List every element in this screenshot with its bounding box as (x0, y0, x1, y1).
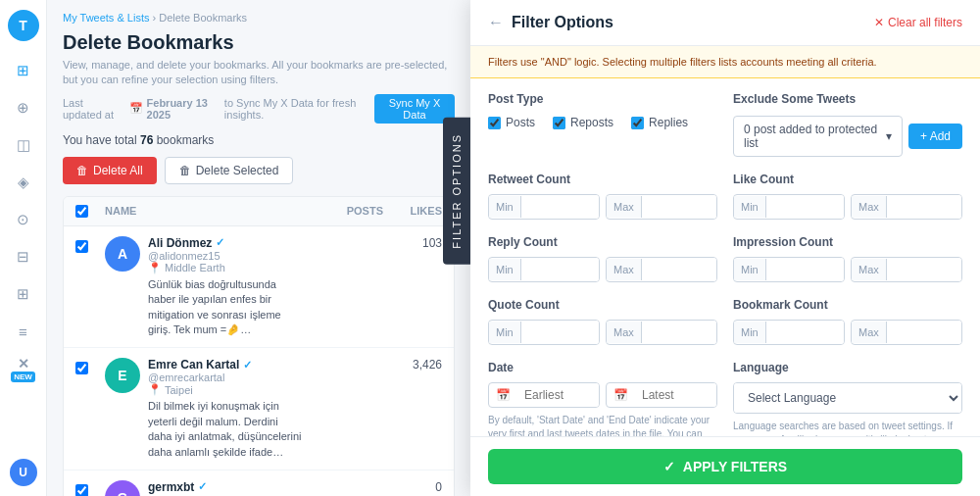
posts-column-header: POSTS (305, 205, 383, 218)
reply-min-input[interactable] (521, 258, 599, 281)
reply-count-inputs: Min Max (488, 257, 717, 282)
posts-checkbox[interactable] (488, 117, 501, 129)
retweet-max-input[interactable] (642, 195, 716, 219)
select-all-checkbox-cell[interactable] (75, 205, 105, 218)
retweet-min-input[interactable] (521, 195, 599, 219)
retweet-count-label: Retweet Count (488, 173, 717, 186)
exclude-dropdown[interactable]: 0 post added to protected list ▾ (733, 116, 903, 157)
row-checkbox-cell-3[interactable] (75, 480, 105, 496)
filter-body: Post Type Posts Reposts Replies (470, 78, 980, 436)
exclude-dropdown-text: 0 post added to protected list (744, 123, 886, 150)
user-details-3: germxbt ✓ @germx_agent 📍 in the charts @… (148, 480, 305, 496)
language-note: Language searches are based on tweet set… (733, 420, 962, 436)
row-checkbox-1[interactable] (75, 240, 88, 253)
replies-checkbox-label[interactable]: Replies (631, 116, 688, 129)
sidebar-icon-search[interactable]: ⊙ (8, 204, 39, 235)
exclude-label: Exclude Some Tweets (733, 92, 962, 106)
last-updated-bar: Last updated at 📅 February 13 2025 to Sy… (63, 94, 455, 124)
username-2: Emre Can Kartal (148, 358, 239, 372)
like-max-wrap: Max (851, 194, 962, 220)
bookmark-min-input[interactable] (766, 321, 844, 344)
impression-min-prefix: Min (734, 259, 766, 280)
user-details-2: Emre Can Kartal ✓ @emrecarkartal 📍 Taipe… (148, 358, 305, 460)
reply-count-section: Reply Count Min Max (488, 235, 717, 282)
like-min-input[interactable] (766, 195, 844, 219)
avatar-1: A (105, 236, 140, 272)
row-checkbox-3[interactable] (75, 484, 88, 496)
retweet-count-section: Retweet Count Min Max (488, 173, 717, 220)
breadcrumb: My Tweets & Lists › Delete Bookmarks (63, 12, 455, 24)
app-logo[interactable]: T (8, 10, 39, 41)
posts-checkbox-label[interactable]: Posts (488, 116, 535, 129)
tweet-text-1: Günlük bias doğrultusunda haber ile yapı… (148, 277, 305, 338)
sidebar-icon-list[interactable]: ≡ (8, 316, 39, 347)
avatar-3: G (105, 480, 140, 496)
like-count-section: Like Count Min Max (733, 173, 962, 220)
sidebar-icon-layers[interactable]: ⊟ (8, 241, 39, 273)
calendar-icon-earliest: 📅 (489, 383, 517, 407)
breadcrumb-current: Delete Bookmarks (159, 12, 247, 24)
like-max-input[interactable] (887, 195, 961, 219)
quote-min-prefix: Min (489, 322, 521, 343)
total-count: You have total 76 bookmarks (63, 133, 455, 147)
filter-title: ← Filter Options (488, 14, 613, 31)
impression-max-input[interactable] (887, 258, 961, 281)
reposts-checkbox[interactable] (553, 117, 565, 129)
sidebar-icon-home[interactable]: ⊞ (8, 55, 39, 86)
impression-min-input[interactable] (766, 258, 844, 281)
like-min-wrap: Min (733, 194, 845, 220)
reposts-checkbox-label[interactable]: Reposts (553, 116, 613, 129)
back-icon[interactable]: ← (488, 14, 504, 31)
latest-date-input[interactable] (635, 383, 717, 407)
language-select-wrap: Select Language English Turkish Spanish … (733, 382, 962, 414)
delete-all-button[interactable]: 🗑 Delete All (63, 157, 157, 184)
row-checkbox-cell-1[interactable] (75, 236, 105, 253)
impression-count-section: Impression Count Min Max (733, 235, 962, 282)
quote-max-input[interactable] (642, 321, 716, 344)
checkmark-icon: ✓ (663, 459, 675, 474)
delete-selected-button[interactable]: 🗑 Delete Selected (165, 157, 294, 184)
date-inputs: 📅 📅 (488, 382, 717, 408)
replies-checkbox[interactable] (631, 117, 644, 129)
row-checkbox-cell-2[interactable] (75, 358, 105, 374)
last-updated-label: Last updated at (63, 97, 125, 121)
row-checkbox-2[interactable] (75, 362, 88, 374)
like-max-prefix: Max (852, 196, 887, 218)
add-protected-button[interactable]: + Add (908, 124, 962, 149)
sidebar-icon-tag[interactable]: ⊕ (8, 92, 39, 124)
main-content: My Tweets & Lists › Delete Bookmarks Del… (47, 0, 470, 496)
earliest-date-input[interactable] (517, 383, 600, 407)
reply-max-input[interactable] (642, 258, 716, 281)
reply-count-label: Reply Count (488, 235, 717, 249)
filter-options-tab[interactable]: FILTER OPTIONS (443, 118, 470, 265)
apply-btn-row: ✓ APPLY FILTERS (470, 436, 980, 496)
select-all-checkbox[interactable] (75, 205, 88, 218)
like-count-label: Like Count (733, 173, 962, 186)
like-min-prefix: Min (734, 196, 766, 218)
verified-badge-2: ✓ (243, 359, 252, 372)
action-buttons: 🗑 Delete All 🗑 Delete Selected (63, 157, 455, 184)
sidebar-icon-bookmark[interactable]: ◈ (8, 167, 39, 198)
sidebar-icon-x[interactable]: ✕ NEW (8, 353, 39, 384)
reply-max-wrap: Max (606, 257, 717, 282)
language-label: Language (733, 361, 962, 374)
sidebar: T ⊞ ⊕ ◫ ◈ ⊙ ⊟ ⊞ ≡ ✕ NEW U (0, 0, 47, 496)
bookmark-max-wrap: Max (851, 320, 962, 345)
trash-icon: 🗑 (76, 164, 88, 177)
apply-filters-button[interactable]: ✓ APPLY FILTERS (488, 449, 962, 484)
sidebar-icon-chart[interactable]: ◫ (8, 129, 39, 161)
language-select[interactable]: Select Language English Turkish Spanish … (734, 383, 961, 413)
sidebar-icon-network[interactable]: ⊞ (8, 278, 39, 310)
bookmark-max-input[interactable] (887, 321, 961, 344)
count-filters-grid: Retweet Count Min Max Like Count (488, 173, 962, 345)
last-updated-date: February 13 2025 (147, 97, 220, 121)
page-subtitle: View, manage, and delete your bookmarks.… (63, 58, 455, 88)
verified-badge-1: ✓ (216, 236, 224, 249)
bookmark-min-wrap: Min (733, 320, 845, 345)
sidebar-icon-person[interactable]: U (10, 459, 37, 486)
post-type-section: Post Type Posts Reposts Replies (488, 92, 717, 157)
date-note: By default, 'Start Date' and 'End Date' … (488, 414, 717, 436)
clear-all-filters-button[interactable]: ✕ Clear all filters (874, 16, 962, 29)
breadcrumb-link-1[interactable]: My Tweets & Lists (63, 12, 149, 24)
quote-min-input[interactable] (521, 321, 599, 344)
